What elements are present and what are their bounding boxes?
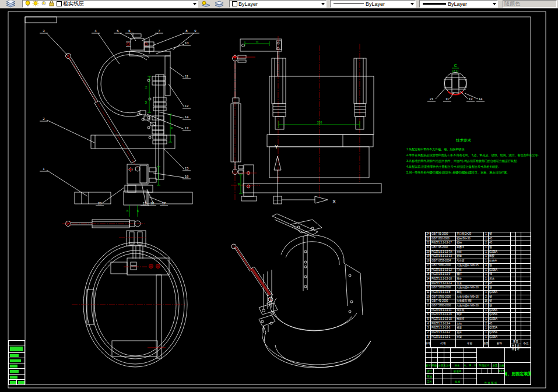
dim-93: 93 [170, 126, 173, 129]
bom-row: 6PGZ71.5.1-13-16抱箍1Q235A [426, 313, 531, 317]
margin-strip-table [8, 340, 25, 385]
technical-notes: 技术要求 1.装配过程中零件不允许磕、碰、划伤和锈蚀. 2.零件在装配前必须清理… [406, 138, 539, 175]
ucs-x-label: X [332, 199, 336, 204]
detail-label: C [454, 63, 457, 68]
bom-row: 20PGZ71.5.1-13-7A支板1Q235A [426, 250, 531, 255]
callout-16: 16 [185, 175, 189, 178]
bom-row: 14PGZ71.5.1-13-10滑块1尼龙 [426, 277, 531, 282]
callout-17: 17 [162, 202, 166, 205]
callout-3: 3 [43, 29, 45, 33]
callout-10: 10 [185, 41, 189, 45]
side-view [66, 34, 193, 217]
dim-15: 15 [145, 86, 148, 89]
note-line-3: 3.凡标准的零件及部件(包括外购件、外协件),均必须有检验部门的合格证方能进行装… [406, 159, 517, 163]
callout-1: 1 [43, 167, 45, 171]
detail-callout-21: 21 [430, 97, 434, 101]
dim-40: 40 [237, 182, 240, 185]
callout-2: 2 [43, 117, 45, 121]
bom-header-row: 序号 代号 名称 数量 材料 重量 单件 总计 备注 [426, 340, 531, 348]
callout-19: 19 [143, 202, 147, 205]
bom-row: 19PGZ71.5.1-13-13衬垫1橡胶 [426, 255, 531, 259]
detail-callout-11: 11 [445, 97, 450, 101]
front-view: 54 40 [231, 36, 381, 201]
callout-14: 14 [185, 115, 189, 119]
dim-10: 10 [126, 209, 129, 212]
bom-row: 2PGZ71.5.1-13-2底座1Q235A [426, 331, 531, 336]
bill-of-materials: 24GB/T 91-2000开口销 2×201钢23GB/T 882-2008销… [425, 232, 531, 348]
bom-header-weight: 重量 单件 总计 [511, 340, 521, 348]
tb-code-cell [476, 348, 505, 363]
isometric-view [231, 214, 371, 368]
bom-row: 24GB/T 91-2000开口销 2×201钢 [426, 232, 531, 237]
cad-application-window: 粗实线层 ByLayer ByLayer ByLay [0, 0, 558, 392]
callout-20: 20 [98, 202, 102, 205]
bom-row: 10GB/T 5781-2000六角头螺栓 M6×162钢 [426, 295, 531, 300]
bom-row: 15PGZ71.5.1-13-9螺杆145 [426, 273, 531, 277]
bom-row: 5PGZ71.5.1-13-15抱箍座1Q235A [426, 317, 531, 322]
callout-9: 9 [194, 29, 196, 33]
tb-craft: 工艺 [425, 379, 434, 385]
detail-callout-13: 13 [469, 97, 473, 101]
bom-row: 18GB/T 6753-2004气弹簧1组合件 [426, 259, 531, 264]
bom-header-material: 材料 [489, 340, 511, 348]
detail-callout-14: 14 [479, 97, 483, 101]
callout-15: 15 [185, 167, 189, 170]
bom-rows: 24GB/T 91-2000开口销 2×201钢23GB/T 882-2008销… [426, 232, 531, 340]
bom-row: 23GB/T 882-2008销轴 B6×30145 [426, 237, 531, 242]
ucs-y-label: Y [275, 144, 278, 150]
ring-side-view [62, 220, 187, 367]
bom-header-note: 备注 [521, 340, 531, 348]
note-line-4: 4.装配以前,应复查零件的主要配合尺寸,特别是过盈配合尺寸及相关精度. [406, 165, 499, 169]
bom-row: 16PGZ71.5.1-13-12压板1Q235A [426, 269, 531, 273]
callout-6: 6 [128, 29, 131, 33]
dim-54: 54 [145, 101, 148, 104]
dim-310: 310 [317, 121, 322, 124]
bom-row: 12GB/T 5781-2000六角头螺栓 M6×204钢 [426, 286, 531, 291]
dim-45: 45 [136, 209, 139, 212]
detail-view: C (2:1) 21 11 13 14 [427, 63, 485, 101]
detail-scale: (2:1) [452, 69, 459, 73]
callout-12: 12 [185, 104, 189, 108]
callout-13: 13 [185, 126, 189, 130]
bom-row: 22PGZ71.5.1-13-17销轴245 [426, 241, 531, 246]
bom-row: 3PGZ71.5.1-13-3横梁1Q235A [426, 326, 531, 331]
bom-row: 4PGZ71.5.1-13-4立柱245 [426, 322, 531, 327]
bom-row: 8GB/T 5780-2000六角头螺栓 M8×202钢 [426, 304, 531, 309]
notes-title: 技术要求 [455, 138, 472, 143]
bom-row: 1PGZ71.5.1-13-1支架1Q235A [426, 336, 531, 340]
bom-row: 13PGZ71.5.1-13-14导套245 [426, 282, 531, 287]
callout-4: 4 [94, 29, 97, 33]
title-block: 标记 处数 分区 更改文件号 签名 年、月、日 设计 标准化 审核 工艺 批准 … [425, 348, 531, 385]
callout-5: 5 [117, 29, 119, 33]
tb-sheets: 共 张 第 张 [476, 373, 505, 385]
tb-approve: 批准 [451, 379, 464, 385]
bom-header-no: 序号 [426, 340, 431, 348]
bom-header-code: 代号 [431, 340, 456, 348]
tb-drawing-number-cell [504, 348, 531, 363]
callout-8: 8 [185, 29, 188, 33]
dim-54b: 54 [256, 40, 259, 43]
note-line-2: 2.零件在装配前必须清理和清洗干净,不得有毛刺、飞边、氧化皮、锈蚀、切屑、油污、… [406, 153, 539, 157]
tb-drawing-title: 肩、肘固定装置 [504, 362, 531, 385]
note-line-5: 5.同一零件用多件螺钉(螺栓)固定时,各螺钉(螺栓)需交叉、对称、逐步均匀拧紧. [406, 171, 508, 175]
note-line-1: 1.装配过程中零件不允许磕、碰、划伤和锈蚀. [406, 147, 465, 151]
callout-7: 7 [158, 29, 160, 33]
ucs-icon: X Y [273, 144, 336, 204]
bom-row: 17GB/T 5780-2000六角头螺栓 M8×254钢 [426, 264, 531, 269]
bom-header-name: 名称 [456, 340, 484, 348]
callout-11: 11 [185, 75, 189, 78]
bom-row: 21GB/T 95-2002垫圈 61钢 [426, 246, 531, 250]
bom-row: 7PGZ71.5.1-13-11连接板1Q235A [426, 309, 531, 313]
bom-row: 11PGZ71.5.1-13-8垫板1Q235A [426, 291, 531, 295]
bom-row: 9GB/T 41-2000六角螺母 M816钢 [426, 299, 531, 304]
bom-header-qty: 数量 [484, 340, 489, 348]
callout-18: 18 [150, 202, 155, 205]
